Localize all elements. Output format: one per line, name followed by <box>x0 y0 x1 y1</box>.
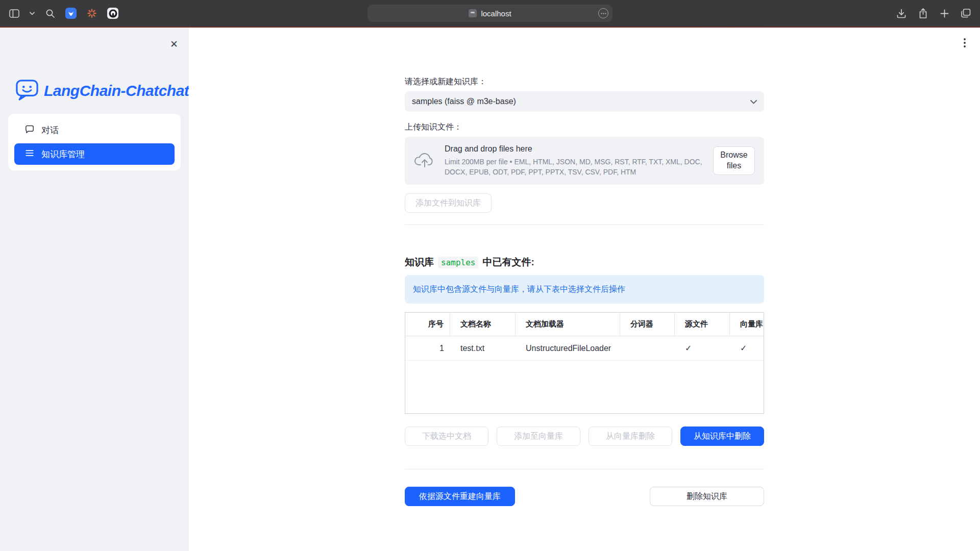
pinned-site-icon-blue[interactable] <box>65 7 77 19</box>
table-header-loader[interactable]: 文档加载器 <box>516 313 620 336</box>
upload-label: 上传知识文件： <box>405 122 764 133</box>
sidebar: ✕ LangChain-Chatchat <box>0 28 189 551</box>
app-frame: ✕ LangChain-Chatchat <box>0 28 980 551</box>
table-row[interactable]: 1 test.txt UnstructuredFileLoader ✓ ✓ <box>405 336 764 361</box>
rebuild-vector-store-button[interactable]: 依据源文件重建向量库 <box>405 487 515 506</box>
pinned-site-icon-orange[interactable] <box>86 7 98 19</box>
address-bar[interactable]: localhost <box>368 5 612 22</box>
screen: localhost ✕ <box>0 0 980 551</box>
chevron-down-icon[interactable] <box>29 7 35 19</box>
add-files-to-kb-button[interactable]: 添加文件到知识库 <box>405 193 492 213</box>
sidebar-item-label: 知识库管理 <box>41 148 85 160</box>
cell-index: 1 <box>405 336 450 360</box>
delete-kb-button[interactable]: 删除知识库 <box>650 487 764 506</box>
table-empty-area <box>405 361 764 413</box>
site-favicon <box>469 9 477 17</box>
bottom-buttons: 依据源文件重建向量库 删除知识库 <box>405 487 764 506</box>
cell-source-check: ✓ <box>675 336 730 360</box>
files-table: 序号 文档名称 文档加载器 分词器 源文件 向量库 1 test.txt Uns… <box>405 312 764 414</box>
kb-files-heading: 知识库 samples 中已有文件: <box>405 256 764 269</box>
sidebar-nav: 对话 知识库管理 <box>8 114 181 170</box>
sidebar-close-icon[interactable]: ✕ <box>166 37 182 52</box>
tab-overview-icon[interactable] <box>960 7 972 19</box>
kb-select-value: samples (faiss @ m3e-base) <box>412 97 750 106</box>
browse-files-button[interactable]: Browse files <box>713 146 755 175</box>
table-header-row: 序号 文档名称 文档加载器 分词器 源文件 向量库 <box>405 313 764 336</box>
chat-bubble-icon <box>24 124 35 137</box>
logo-text: LangChain-Chatchat <box>44 82 189 99</box>
remove-from-vector-store-button[interactable]: 从向量库删除 <box>589 427 672 446</box>
row-action-buttons: 下载选中文档 添加至向量库 从向量库删除 从知识库中删除 <box>405 427 764 446</box>
file-dropzone[interactable]: Drag and drop files here Limit 200MB per… <box>405 137 764 185</box>
dropzone-title: Drag and drop files here <box>445 144 704 154</box>
sidebar-item-kb-management[interactable]: 知识库管理 <box>14 143 175 165</box>
sidebar-toggle-icon[interactable] <box>8 7 20 19</box>
divider <box>405 469 764 469</box>
kb-heading-suffix: 中已有文件: <box>482 256 534 269</box>
app-menu-icon[interactable] <box>958 36 972 50</box>
logo-chat-icon <box>15 79 39 103</box>
table-header-filename[interactable]: 文档名称 <box>450 313 516 336</box>
pinned-site-icon-github[interactable] <box>107 7 119 19</box>
extensions-ellipsis-icon[interactable] <box>598 8 608 18</box>
url-text: localhost <box>481 9 511 18</box>
kb-name-code: samples <box>438 257 478 268</box>
dropzone-limit: Limit 200MB per file • EML, HTML, JSON, … <box>445 157 704 178</box>
toolbar-left-group <box>8 0 119 27</box>
table-header-index[interactable]: 序号 <box>405 313 450 336</box>
table-header-splitter[interactable]: 分词器 <box>620 313 675 336</box>
cell-vector-check: ✓ <box>730 336 764 360</box>
table-header-vector[interactable]: 向量库 <box>730 313 764 336</box>
share-icon[interactable] <box>917 7 929 19</box>
table-header-source[interactable]: 源文件 <box>675 313 730 336</box>
list-icon <box>24 148 35 161</box>
new-tab-icon[interactable] <box>938 7 950 19</box>
cloud-upload-icon <box>414 151 435 170</box>
divider <box>405 224 764 225</box>
browser-toolbar: localhost <box>0 0 980 27</box>
delete-from-kb-button[interactable]: 从知识库中删除 <box>680 427 764 446</box>
kb-heading-prefix: 知识库 <box>405 256 434 269</box>
kb-select[interactable]: samples (faiss @ m3e-base) <box>405 91 764 112</box>
select-chevron-down-icon <box>750 97 757 106</box>
sidebar-item-dialogue[interactable]: 对话 <box>14 119 175 141</box>
download-selected-button[interactable]: 下载选中文档 <box>405 427 488 446</box>
downloads-icon[interactable] <box>895 7 908 19</box>
sidebar-item-label: 对话 <box>41 124 59 136</box>
info-alert: 知识库中包含源文件与向量库，请从下表中选择文件后操作 <box>405 275 764 304</box>
main-column: 请选择或新建知识库： samples (faiss @ m3e-base) 上传… <box>405 28 764 506</box>
toolbar-right-group <box>895 0 972 27</box>
cell-loader: UnstructuredFileLoader <box>516 336 620 360</box>
search-icon[interactable] <box>44 7 56 19</box>
cell-splitter <box>620 336 675 360</box>
kb-select-label: 请选择或新建知识库： <box>405 77 764 87</box>
app-logo: LangChain-Chatchat <box>15 79 189 103</box>
dropzone-text: Drag and drop files here Limit 200MB per… <box>445 144 704 178</box>
cell-filename: test.txt <box>450 336 516 360</box>
add-to-vector-store-button[interactable]: 添加至向量库 <box>497 427 580 446</box>
main-content: 请选择或新建知识库： samples (faiss @ m3e-base) 上传… <box>189 28 980 551</box>
